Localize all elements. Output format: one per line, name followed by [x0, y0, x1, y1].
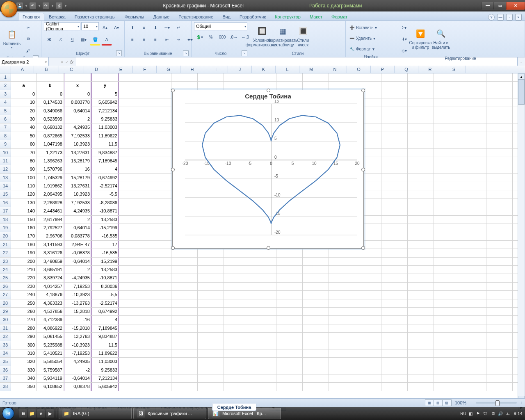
- cell[interactable]: [250, 274, 276, 282]
- cell[interactable]: [381, 190, 408, 198]
- row-header[interactable]: 27: [0, 291, 11, 299]
- cell[interactable]: [486, 190, 513, 198]
- cell[interactable]: 3,839724: [37, 274, 64, 282]
- taskbar-button[interactable]: 🖼Красивые графики ...: [133, 408, 206, 419]
- cell[interactable]: [460, 366, 486, 374]
- cell[interactable]: 10,3923: [64, 140, 91, 148]
- embedded-chart[interactable]: Сердце Тобина -20-15-10-5051015-20-15-10…: [172, 90, 364, 249]
- cell[interactable]: 9,25833: [91, 366, 119, 374]
- row-header[interactable]: 37: [0, 374, 11, 382]
- cell[interactable]: 7,189845: [91, 324, 119, 332]
- cell[interactable]: [145, 73, 171, 81]
- cell[interactable]: [198, 374, 224, 382]
- cell[interactable]: [171, 333, 198, 340]
- cell[interactable]: [434, 82, 460, 89]
- tray-icon[interactable]: 🖥: [490, 411, 496, 416]
- cell[interactable]: [408, 316, 434, 324]
- cell[interactable]: [381, 199, 408, 207]
- cell[interactable]: 5,585054: [37, 358, 64, 365]
- column-header[interactable]: L: [276, 66, 299, 73]
- cell[interactable]: [355, 316, 381, 324]
- cell[interactable]: [119, 107, 145, 115]
- cell[interactable]: [276, 308, 303, 315]
- cell[interactable]: 3,141593: [37, 241, 64, 249]
- cell[interactable]: [408, 383, 434, 390]
- column-header[interactable]: C: [59, 66, 84, 73]
- row-header[interactable]: 20: [0, 232, 11, 240]
- copy-button[interactable]: ⧉: [23, 34, 34, 44]
- cell[interactable]: [198, 308, 224, 315]
- cell[interactable]: [486, 349, 513, 357]
- cell[interactable]: [171, 341, 198, 349]
- cell[interactable]: [408, 283, 434, 290]
- cell[interactable]: [381, 165, 408, 173]
- cell[interactable]: 320: [11, 358, 37, 365]
- cell[interactable]: [303, 316, 329, 324]
- cell[interactable]: [381, 149, 408, 157]
- tray-icon[interactable]: 🛡: [483, 411, 488, 416]
- cell[interactable]: [171, 383, 198, 390]
- cell[interactable]: [381, 291, 408, 299]
- cell[interactable]: [460, 190, 486, 198]
- cell[interactable]: [486, 224, 513, 232]
- column-header[interactable]: B: [34, 66, 59, 73]
- cell[interactable]: [434, 258, 460, 265]
- cell[interactable]: 160: [11, 224, 37, 232]
- row-header[interactable]: 6: [0, 115, 11, 123]
- cell[interactable]: [381, 98, 408, 106]
- cell[interactable]: [486, 308, 513, 315]
- cell[interactable]: [198, 366, 224, 374]
- cell[interactable]: [119, 316, 145, 324]
- cell[interactable]: [434, 199, 460, 207]
- cell[interactable]: 230: [11, 283, 37, 290]
- cell[interactable]: [171, 266, 198, 274]
- cell[interactable]: [486, 216, 513, 224]
- cell[interactable]: [329, 274, 355, 282]
- cell[interactable]: [119, 283, 145, 290]
- cell[interactable]: [486, 149, 513, 157]
- row-header[interactable]: 15: [0, 190, 11, 198]
- cell[interactable]: [171, 366, 198, 374]
- cell[interactable]: 4,24935: [64, 123, 91, 131]
- cell[interactable]: [145, 224, 171, 232]
- cell[interactable]: [460, 157, 486, 165]
- cell[interactable]: 220: [11, 274, 37, 282]
- align-middle-button[interactable]: ≡: [139, 22, 149, 33]
- cell[interactable]: [329, 299, 355, 307]
- cell[interactable]: [303, 258, 329, 265]
- clock[interactable]: 9:14: [514, 411, 523, 416]
- column-header[interactable]: M: [299, 66, 323, 73]
- cell[interactable]: [434, 73, 460, 81]
- row-header[interactable]: 17: [0, 207, 11, 215]
- cell[interactable]: [224, 358, 250, 365]
- mdi-restore-icon[interactable]: ▫: [506, 14, 513, 21]
- cell[interactable]: [303, 299, 329, 307]
- qat-redo-icon[interactable]: ↷: [43, 2, 49, 9]
- cell[interactable]: [460, 207, 486, 215]
- cell[interactable]: 240: [11, 291, 37, 299]
- ribbon-tab[interactable]: Макет: [305, 13, 327, 21]
- find-select-button[interactable]: 🔍Найти и выделить: [431, 25, 450, 53]
- cell[interactable]: [434, 232, 460, 240]
- cell[interactable]: [145, 316, 171, 324]
- cell[interactable]: [355, 283, 381, 290]
- insert-cells-button[interactable]: ➕Вставить ▾: [348, 22, 393, 33]
- cell[interactable]: [145, 190, 171, 198]
- cell[interactable]: [119, 90, 145, 98]
- cell[interactable]: [119, 274, 145, 282]
- cell[interactable]: [224, 316, 250, 324]
- ribbon-tab[interactable]: Формулы: [120, 13, 149, 21]
- cell[interactable]: [408, 274, 434, 282]
- cell[interactable]: [224, 82, 250, 89]
- cell[interactable]: 3,665191: [37, 266, 64, 274]
- cell[interactable]: [145, 90, 171, 98]
- cell[interactable]: [408, 216, 434, 224]
- cell[interactable]: [434, 266, 460, 274]
- cell[interactable]: 7,212134: [91, 374, 119, 382]
- cell[interactable]: 10,3923: [64, 190, 91, 198]
- cell[interactable]: [486, 182, 513, 190]
- cell[interactable]: 11,89622: [91, 132, 119, 140]
- cell[interactable]: [119, 115, 145, 123]
- select-all-corner[interactable]: [0, 66, 11, 73]
- cell[interactable]: [460, 374, 486, 382]
